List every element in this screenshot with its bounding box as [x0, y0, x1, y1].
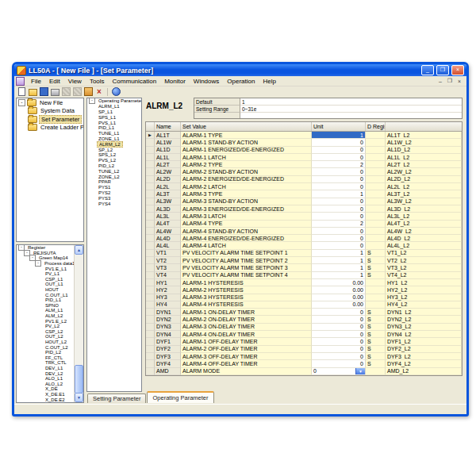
table-row[interactable]: DYF2ALARM-2 OFF-DELAY TIMER0SDYF2_L2 — [146, 346, 462, 353]
cut-icon[interactable] — [61, 87, 71, 96]
table-row[interactable]: HY1ALARM-1 HYSTERESIS0.00HY1_L2 — [146, 279, 462, 286]
tab-setting-parameter[interactable]: Setting Parameter — [87, 393, 146, 403]
tree-item-pv-l2[interactable]: PV_L2 — [17, 324, 75, 329]
tree-item-pvs-l1[interactable]: PVS_L1 — [87, 120, 141, 125]
tree-node-process-data14[interactable]: -Process data14 — [17, 261, 75, 267]
tree-item-create-ladder-program[interactable]: Create Ladder Program — [17, 124, 83, 132]
tree-item-system-data[interactable]: System Data — [17, 107, 83, 116]
register-tree-scrollbar[interactable]: ▲ ▼ — [74, 245, 83, 402]
tree-item-pid-l1[interactable]: PID_L1 — [17, 298, 75, 303]
mdi-close-button[interactable]: × — [455, 79, 463, 84]
cell-set-value[interactable]: 0 — [312, 154, 366, 161]
cell-set-value[interactable]: 0 — [312, 316, 366, 323]
scrollbar-thumb[interactable] — [75, 365, 83, 393]
expand-icon[interactable]: - — [35, 260, 41, 267]
expand-icon[interactable]: - — [89, 98, 95, 104]
cell-set-value[interactable]: 0 — [312, 168, 366, 175]
help-icon[interactable] — [111, 87, 121, 96]
cell-set-value[interactable]: 0 — [312, 235, 366, 242]
tree-item-sps-l1[interactable]: SPS_L1 — [87, 114, 141, 120]
tree-item-csp-l2[interactable]: CSP_L2 — [17, 329, 75, 335]
close-button[interactable]: × — [451, 65, 464, 75]
cell-set-value[interactable]: 1 — [312, 257, 366, 264]
cell-set-value[interactable]: 0.00 — [312, 279, 366, 286]
tree-item-pv-l1[interactable]: PV_L1 — [17, 271, 75, 277]
cell-set-value[interactable]: 0 — [312, 242, 366, 249]
print-icon[interactable] — [50, 87, 60, 96]
tree-item-spno[interactable]: SPNO — [17, 303, 75, 309]
tree-item-x-de[interactable]: X_DE — [17, 386, 75, 392]
cell-set-value[interactable]: 0 — [312, 346, 366, 353]
tree-item-x-de-e2[interactable]: X_DE.E2 — [17, 397, 75, 402]
scroll-up-icon[interactable]: ▲ — [75, 245, 83, 255]
menu-item-help[interactable]: Help — [259, 78, 279, 85]
menu-item-operation[interactable]: Operation — [223, 78, 259, 85]
table-row[interactable]: VT4PV VELOCITY ALARM TIME SETPOINT 41SVT… — [146, 272, 462, 279]
copy-icon[interactable] — [72, 87, 82, 96]
table-row[interactable]: AL4TALARM-4 TYPE2AL4T_L2 — [146, 221, 462, 228]
cell-set-value[interactable]: 0▼ — [312, 368, 366, 375]
cell-set-value[interactable]: 0 — [312, 338, 366, 345]
delete-icon[interactable]: × — [94, 87, 104, 96]
table-row[interactable]: AL4DALARM-4 ENERGIZED/DE-ENERGIZED0AL4D_… — [146, 235, 462, 242]
tree-item-pid-l2[interactable]: PID_L2 — [17, 350, 75, 355]
tree-item-pid-l2[interactable]: PID_L2 — [87, 163, 141, 169]
tree-item-alm-l2[interactable]: ALM_L2 — [17, 313, 75, 319]
new-file-icon[interactable] — [17, 87, 26, 96]
cell-set-value[interactable]: 0 — [312, 213, 366, 220]
tree-item-ppar[interactable]: PPAR — [87, 179, 141, 185]
cell-set-value[interactable]: 2 — [312, 161, 366, 168]
tree-item-c-out-l2[interactable]: C.OUT_L2 — [17, 344, 75, 350]
tree-item-pvs-l2[interactable]: PVS_L2 — [87, 158, 141, 163]
menu-item-tools[interactable]: Tools — [86, 78, 109, 85]
tree-item-pys3[interactable]: PYS3 — [87, 195, 141, 201]
menu-item-windows[interactable]: Windows — [190, 78, 223, 85]
save-icon[interactable] — [39, 87, 48, 96]
cell-set-value[interactable]: 1 — [312, 272, 366, 279]
tree-item-pv1-e-l2[interactable]: PV1.E_L2 — [17, 318, 75, 324]
scroll-down-icon[interactable]: ▼ — [75, 393, 83, 402]
menu-item-monitor[interactable]: Monitor — [160, 78, 190, 85]
cell-set-value[interactable]: 0 — [312, 198, 366, 205]
tree-item-alrm-l1[interactable]: ALRM_L1 — [87, 104, 141, 109]
cell-set-value[interactable]: 0 — [312, 176, 366, 183]
tree-item-pys1[interactable]: PYS1 — [87, 185, 141, 190]
cell-set-value[interactable]: 0 — [312, 353, 366, 360]
cell-set-value[interactable]: 0 — [312, 331, 366, 338]
table-row[interactable]: AL4LALARM-4 LATCH0AL4L_L2 — [146, 242, 462, 249]
expand-icon[interactable]: - — [18, 99, 25, 106]
open-icon[interactable] — [28, 87, 37, 96]
cell-set-value[interactable]: 0.00 — [312, 294, 366, 301]
tree-root-new-file[interactable]: -New File — [17, 98, 83, 107]
tree-node-green-map14[interactable]: -Green Map14 — [17, 255, 75, 261]
tree-item-tune-l2[interactable]: TUNE_L2 — [87, 168, 141, 174]
tree-item-alm-l1[interactable]: ALM_L1 — [17, 308, 75, 313]
table-row[interactable]: AL3LALARM-3 LATCH0AL3L_L2 — [146, 213, 462, 220]
table-row[interactable]: AL2WALARM-2 STAND-BY ACTION0AL2W_L2 — [146, 168, 462, 175]
cell-set-value[interactable]: 1 — [312, 190, 366, 198]
tree-item-tune-l1[interactable]: TUNE_L1 — [87, 131, 141, 136]
table-row[interactable]: AL3DALARM-3 ENERGIZED/DE-ENERGIZED0AL3D_… — [146, 205, 462, 213]
tree-item-pys4[interactable]: PYS4 — [87, 201, 141, 206]
menu-item-edit[interactable]: Edit — [45, 78, 64, 85]
tree-item-set-parameter[interactable]: Set Parameter — [17, 115, 83, 124]
menu-item-view[interactable]: View — [64, 78, 86, 85]
cell-set-value[interactable]: 0 — [312, 205, 366, 213]
tree-item-sp-l2[interactable]: SP_L2 — [87, 147, 141, 152]
dropdown-arrow-icon[interactable]: ▼ — [355, 368, 365, 374]
tree-item-csp-l1[interactable]: CSP_L1 — [17, 277, 75, 282]
table-row[interactable]: DYN1ALARM-1 ON-DELAY TIMER0SDYN1_L2 — [146, 309, 462, 316]
cell-set-value[interactable]: 0 — [312, 228, 366, 235]
table-row[interactable]: AMDALARM MODE0▼AMD_L2 — [146, 368, 462, 375]
table-row[interactable]: AL2DALARM-2 ENERGIZED/DE-ENERGIZED0AL2D_… — [146, 176, 462, 183]
tree-item-zone-l2[interactable]: ZONE_L2 — [87, 174, 141, 179]
table-row[interactable]: AL1DALARM-1 ENERGIZED/DE-ENERGIZED0AL1D_… — [146, 147, 462, 154]
cell-set-value[interactable]: 1 — [312, 132, 366, 139]
tree-item-sps-l2[interactable]: SPS_L2 — [87, 152, 141, 158]
minimize-button[interactable]: _ — [421, 65, 434, 75]
tree-node-rejisuta[interactable]: -REJISUTA — [17, 251, 75, 256]
tree-item-c-out-l1[interactable]: C.OUT_L1 — [17, 292, 75, 298]
tree-item-hout[interactable]: HOUT — [17, 287, 75, 293]
cell-set-value[interactable]: 1 — [312, 264, 366, 271]
table-row[interactable]: VT2PV VELOCITY ALARM TIME SETPOINT 21SVT… — [146, 257, 462, 264]
